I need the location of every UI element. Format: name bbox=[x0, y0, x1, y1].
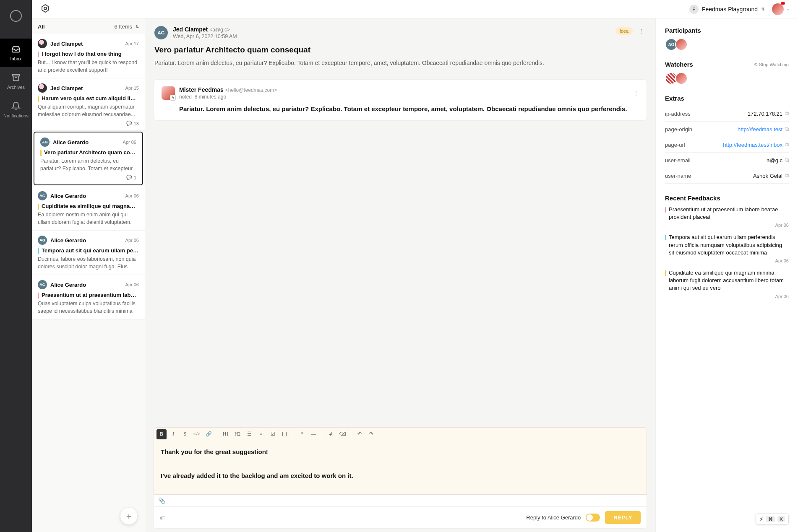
copy-icon[interactable]: ⧉ bbox=[785, 172, 789, 179]
item-preview: Ea dolorem nostrum enim anim qui qui ull… bbox=[38, 211, 139, 226]
extra-row-ip: ip-address 172.70.178.21⧉ bbox=[665, 106, 789, 122]
comment-count: 13 bbox=[134, 121, 139, 126]
extra-ip-value: 172.70.178.21 bbox=[748, 111, 782, 117]
inbox-column: All 6 Items ⇅ Jed Clampet Apr 17 I forgo… bbox=[32, 18, 145, 532]
extra-origin-link[interactable]: http://feedmas.test bbox=[738, 126, 782, 132]
inbox-list[interactable]: Jed Clampet Apr 17 I forgot how I do tha… bbox=[32, 34, 145, 532]
strike-icon[interactable]: S bbox=[180, 429, 190, 439]
category-bar-icon bbox=[38, 248, 39, 254]
recent-feedback-item[interactable]: Praesentium ut at praesentium labore bea… bbox=[665, 206, 789, 228]
copy-icon[interactable]: ⧉ bbox=[785, 141, 789, 148]
ul-icon[interactable]: ☰ bbox=[244, 429, 254, 439]
tag-idea[interactable]: idea bbox=[615, 27, 633, 35]
item-avatar: AG bbox=[38, 236, 47, 245]
ol-icon[interactable]: ≡ bbox=[256, 429, 266, 439]
hr-icon[interactable]: — bbox=[308, 429, 318, 439]
composer: B I S </> 🔗 H1 H2 ☰ ≡ ☑ { } ❝ bbox=[154, 427, 647, 529]
italic-icon[interactable]: I bbox=[168, 429, 178, 439]
item-preview: Quas voluptatem culpa voluptatibus facil… bbox=[38, 300, 139, 315]
inbox-icon bbox=[11, 44, 21, 54]
watcher-avatar[interactable] bbox=[675, 72, 688, 85]
item-subject: Vero pariatur Architecto quam consequat bbox=[44, 149, 136, 156]
quote-icon[interactable]: ❝ bbox=[297, 429, 307, 439]
item-date: Apr 06 bbox=[123, 140, 136, 145]
note-body: Pariatur. Lorem anim delectus, eu pariat… bbox=[179, 104, 639, 114]
item-sender: Jed Clampet bbox=[50, 85, 83, 91]
inbox-item[interactable]: Jed Clampet Apr 15 Harum vero quia est c… bbox=[32, 78, 145, 131]
h1-icon[interactable]: H1 bbox=[221, 429, 231, 439]
reply-toggle[interactable] bbox=[586, 514, 600, 522]
archive-icon bbox=[11, 73, 21, 82]
h2-icon[interactable]: H2 bbox=[232, 429, 243, 439]
toolbar-separator bbox=[351, 431, 351, 438]
item-avatar: AG bbox=[38, 280, 47, 289]
bell-icon bbox=[11, 101, 21, 111]
sort-updown-icon[interactable]: ⇅ bbox=[136, 24, 139, 29]
right-sidebar: Participants AG Watchers ⦸Stop Watching … bbox=[655, 18, 798, 532]
workspace-badge: F bbox=[689, 5, 699, 14]
copy-icon[interactable]: ⧉ bbox=[785, 126, 789, 132]
item-sender: Alice Gerardo bbox=[50, 237, 86, 244]
comment-count: 1 bbox=[134, 175, 136, 180]
extra-row-email: user-email a@g.c⧉ bbox=[665, 153, 789, 168]
wrap-icon[interactable]: ↲ bbox=[326, 429, 336, 439]
undo-icon[interactable]: ↶ bbox=[355, 429, 365, 439]
stop-watching-button[interactable]: ⦸Stop Watching bbox=[754, 62, 789, 67]
extra-row-name: user-name Ashok Gelal⧉ bbox=[665, 168, 789, 184]
note-email: <hello@feedmas.com> bbox=[225, 87, 277, 93]
bold-icon[interactable]: B bbox=[156, 429, 167, 439]
extra-name-value: Ashok Gelal bbox=[753, 173, 782, 179]
composer-toolbar: B I S </> 🔗 H1 H2 ☰ ≡ ☑ { } ❝ bbox=[154, 427, 647, 441]
note-author: Mister Feedmas bbox=[179, 86, 224, 93]
inbox-item[interactable]: AG Alice Gerardo Apr 06 Tempora aut sit … bbox=[32, 231, 145, 275]
detail-avatar: AG bbox=[154, 26, 168, 39]
inbox-item[interactable]: Jed Clampet Apr 17 I forgot how I do tha… bbox=[32, 34, 145, 78]
copy-icon[interactable]: ⧉ bbox=[785, 110, 789, 117]
attachment-bar[interactable]: 📎 bbox=[154, 495, 647, 507]
reply-button[interactable]: REPLY bbox=[605, 511, 641, 524]
item-date: Apr 06 bbox=[125, 238, 139, 243]
compose-fab[interactable]: ＋ bbox=[120, 508, 137, 524]
recent-feedback-item[interactable]: Cupiditate ea similique qui magnam minim… bbox=[665, 269, 789, 299]
clear-icon[interactable]: ⌫ bbox=[337, 429, 347, 439]
category-bar-icon bbox=[38, 96, 39, 102]
participant-avatar[interactable] bbox=[675, 38, 688, 51]
recent-feedback-item[interactable]: Tempora aut sit qui earum ullam perferen… bbox=[665, 234, 789, 263]
keyboard-hint[interactable]: ⚡︎ ⌘ K bbox=[756, 514, 789, 524]
inbox-filter-title[interactable]: All bbox=[38, 23, 45, 30]
item-avatar: AG bbox=[40, 138, 50, 147]
user-menu[interactable]: ⌄ bbox=[772, 3, 790, 15]
nav-archives-label: Archives bbox=[7, 85, 25, 90]
extra-email-value: a@g.c bbox=[767, 157, 782, 163]
detail-menu-icon[interactable]: ⋮ bbox=[637, 26, 646, 36]
nav-notifications-label: Notifications bbox=[3, 113, 29, 118]
nav-inbox-label: Inbox bbox=[10, 56, 22, 61]
note-menu-icon[interactable]: ⋮ bbox=[633, 90, 639, 96]
extra-row-url: page-url http://feedmas.test/inbox⧉ bbox=[665, 137, 789, 153]
workspace-switcher[interactable]: F Feedmas Playground ⇅ bbox=[689, 5, 764, 14]
user-avatar-icon bbox=[772, 3, 784, 15]
nav-archives[interactable]: Archives bbox=[0, 67, 32, 96]
item-date: Apr 06 bbox=[125, 193, 139, 198]
redo-icon[interactable]: ↷ bbox=[366, 429, 376, 439]
inbox-item[interactable]: AG Alice Gerardo Apr 06 Cupiditate ea si… bbox=[32, 186, 145, 231]
svg-point-2 bbox=[44, 7, 47, 10]
note-mode-icon[interactable]: 🏷 bbox=[160, 514, 166, 521]
inbox-item[interactable]: AG Alice Gerardo Apr 06 Praesentium ut a… bbox=[32, 275, 145, 319]
code-icon[interactable]: </> bbox=[192, 429, 202, 439]
icon-sidebar: Inbox Archives Notifications bbox=[0, 0, 32, 532]
extra-url-link[interactable]: http://feedmas.test/inbox bbox=[723, 142, 782, 148]
note-verb: noted bbox=[179, 94, 192, 100]
plus-icon: ＋ bbox=[125, 511, 133, 522]
composer-textarea[interactable]: Thank you for the great suggestion! I've… bbox=[154, 441, 647, 495]
link-icon[interactable]: 🔗 bbox=[203, 429, 214, 439]
category-bar-icon bbox=[38, 52, 39, 57]
checklist-icon[interactable]: ☑ bbox=[268, 429, 278, 439]
recent-title: Praesentium ut at praesentium labore bea… bbox=[669, 206, 789, 221]
codeblock-icon[interactable]: { } bbox=[279, 429, 289, 439]
nav-notifications[interactable]: Notifications bbox=[0, 96, 32, 124]
nav-inbox[interactable]: Inbox bbox=[0, 39, 32, 67]
inbox-item[interactable]: AG Alice Gerardo Apr 06 Vero pariatur Ar… bbox=[34, 132, 143, 185]
copy-icon[interactable]: ⧉ bbox=[785, 157, 789, 163]
reply-to-label: Reply to Alice Gerardo bbox=[526, 514, 581, 521]
